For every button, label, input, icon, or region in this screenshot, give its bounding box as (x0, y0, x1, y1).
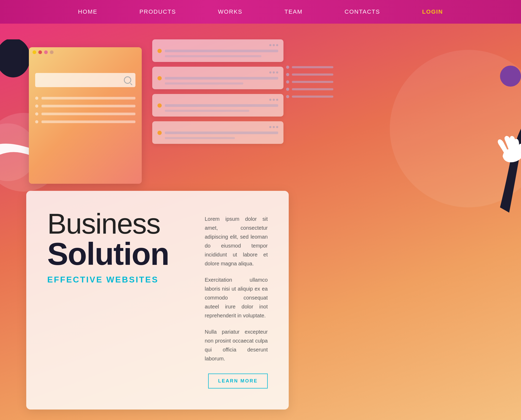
mini-dots-1 (269, 44, 278, 46)
browser-list (35, 97, 135, 123)
nav-products[interactable]: PRODUCTS (139, 8, 176, 15)
list-item (35, 112, 135, 116)
mini-dots-2 (269, 71, 278, 74)
panel-card-3 (152, 94, 283, 117)
content-box: Business Solution EFFECTIVE WEBSITES Lor… (26, 191, 289, 410)
panel-card-2 (152, 67, 283, 89)
mini-dots-3 (269, 99, 278, 101)
svg-point-0 (0, 39, 30, 77)
dot-tan (50, 50, 54, 54)
mini-dot (269, 126, 271, 128)
mini-dot (269, 99, 271, 101)
nav-login[interactable]: LOGIN (422, 8, 443, 15)
list-dot (35, 112, 38, 116)
panel-line-2 (165, 137, 235, 139)
dot-yellow (33, 50, 36, 54)
side-line (292, 88, 333, 90)
list-dot (35, 97, 38, 100)
panel-line (165, 132, 278, 134)
panel-row-1 (157, 49, 278, 53)
tagline: EFFECTIVE WEBSITES (47, 275, 189, 285)
mini-dot (273, 99, 275, 101)
cta-container: LEARN MORE (205, 371, 268, 388)
paragraph-1: Lorem ipsum dolor sit amet, consectetur … (205, 214, 268, 268)
headline-block: Business Solution EFFECTIVE WEBSITES (47, 209, 189, 285)
nav-works[interactable]: WORKS (218, 8, 243, 15)
side-list-item (286, 95, 333, 98)
panel-indicator (157, 131, 162, 135)
list-item (35, 104, 135, 108)
panel-row-2 (157, 76, 278, 80)
browser-titlebar (29, 47, 142, 57)
text-block: Lorem ipsum dolor sit amet, consectetur … (205, 209, 268, 388)
mini-dot (273, 71, 275, 74)
mini-dot (273, 126, 275, 128)
mini-dot (276, 44, 278, 46)
panel-row-3 (157, 103, 278, 108)
browser-window-left (29, 47, 142, 184)
panel-indicator (157, 49, 162, 53)
mini-dots-4 (269, 126, 278, 128)
panel-line (165, 50, 278, 52)
side-dot (286, 95, 289, 98)
mini-dot (269, 44, 271, 46)
content-inner: Business Solution EFFECTIVE WEBSITES Lor… (47, 209, 268, 388)
list-item (35, 120, 135, 123)
panel-line-2 (165, 82, 243, 85)
learn-more-button[interactable]: LEARN MORE (208, 374, 268, 388)
side-list-item (286, 88, 333, 91)
panel-titlebar-4 (157, 126, 278, 128)
side-dot (286, 66, 289, 69)
person-head (0, 39, 31, 81)
panel-titlebar-1 (157, 44, 278, 46)
side-list-item (286, 66, 333, 69)
mini-dot (276, 126, 278, 128)
side-list (286, 66, 333, 102)
list-line (41, 113, 135, 115)
panel-cards (152, 39, 283, 149)
list-item (35, 97, 135, 100)
panel-indicator (157, 76, 162, 80)
side-list-item (286, 80, 333, 83)
panel-card-4 (152, 121, 283, 144)
panel-indicator (157, 103, 162, 108)
browser-search-bar (35, 73, 135, 87)
panel-card-1 (152, 39, 283, 62)
side-line (292, 96, 333, 98)
mini-dot (269, 71, 271, 74)
panel-line (165, 77, 278, 80)
panel-row-4 (157, 131, 278, 135)
panel-line (165, 104, 278, 107)
nav-home[interactable]: HOME (78, 8, 97, 15)
headline-solution: Solution (47, 238, 189, 270)
hero-section: Business Solution EFFECTIVE WEBSITES Lor… (0, 24, 521, 420)
panel-line-2 (165, 110, 249, 112)
dot-pink (44, 50, 48, 54)
side-dot (286, 73, 289, 76)
side-dot (286, 88, 289, 91)
mini-dot (273, 44, 275, 46)
list-line (41, 105, 135, 107)
side-line (292, 81, 333, 83)
panel-titlebar-3 (157, 99, 278, 101)
paragraph-2: Exercitation ullamco laboris nisi ut ali… (205, 275, 268, 320)
list-dot (35, 104, 38, 108)
right-arm (453, 108, 521, 213)
side-list-item (286, 73, 333, 76)
search-icon (124, 76, 131, 84)
nav-team[interactable]: TEAM (285, 8, 303, 15)
nav-contacts[interactable]: CONTACTS (345, 8, 380, 15)
panel-line-2 (165, 55, 261, 57)
side-dot (286, 80, 289, 83)
side-line (292, 66, 333, 68)
list-line (41, 120, 135, 123)
mini-dot (276, 71, 278, 74)
paragraph-3: Nulla pariatur excepteur non prosint occ… (205, 327, 268, 363)
side-line (292, 74, 333, 76)
list-dot (35, 120, 38, 123)
mini-dot (276, 99, 278, 101)
purple-circle (500, 66, 521, 87)
dot-red (38, 50, 42, 54)
navbar: HOME PRODUCTS WORKS TEAM CONTACTS LOGIN (0, 0, 521, 24)
panel-titlebar-2 (157, 71, 278, 74)
